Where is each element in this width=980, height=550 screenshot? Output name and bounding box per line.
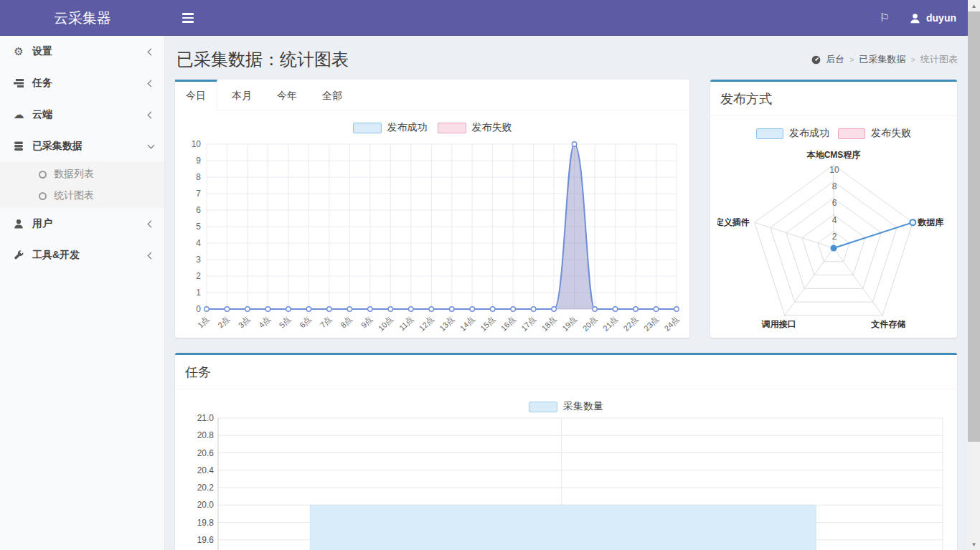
scrollbar-thumb[interactable] — [968, 11, 980, 442]
user-menu[interactable]: duyun — [910, 12, 956, 24]
sidebar-item-tools-dev[interactable]: 工具&开发 — [0, 240, 164, 271]
scrollbar-down-arrow[interactable]: ▼ — [968, 539, 980, 550]
tab-all[interactable]: 全部 — [311, 80, 353, 110]
data-point — [470, 307, 474, 311]
breadcrumb-separator: > — [911, 55, 915, 64]
radar-tick-label: 8 — [832, 181, 837, 191]
radar-spoke — [785, 248, 834, 316]
sidebar-item-data-list[interactable]: 数据列表 — [0, 163, 164, 185]
data-point — [388, 307, 392, 311]
vertical-scrollbar: ▲ ▼ — [968, 0, 980, 550]
chevron-left-icon — [148, 252, 155, 259]
radar-box-title: 发布方式 — [710, 82, 957, 116]
x-tick-label: 19点 — [560, 315, 578, 333]
legend-publish-success[interactable]: 发布成功 — [756, 127, 829, 140]
tab-this-month[interactable]: 本月 — [221, 80, 263, 110]
sidebar-item-tasks[interactable]: 任务 — [0, 67, 164, 99]
data-point — [286, 307, 291, 311]
sidebar-item-cloud[interactable]: ☁ 云端 — [0, 99, 164, 131]
legend-label: 发布失败 — [871, 127, 911, 140]
y-tick-label: 1 — [196, 288, 201, 298]
data-point — [347, 307, 352, 311]
sidebar-item-label: 用户 — [32, 217, 52, 230]
legend-publish-fail[interactable]: 发布失败 — [838, 127, 911, 140]
tab-this-year[interactable]: 今年 — [266, 80, 308, 110]
data-point — [265, 307, 270, 311]
data-point — [409, 307, 413, 311]
data-point — [531, 307, 535, 311]
radar-data-point — [910, 219, 915, 225]
legend-publish-success[interactable]: 发布成功 — [353, 121, 428, 134]
radar-spoke — [834, 248, 882, 316]
y-tick-label: 8 — [196, 172, 201, 182]
wrench-icon — [11, 250, 27, 260]
x-tick-label: 13点 — [438, 315, 456, 333]
legend-label: 发布成功 — [789, 127, 829, 140]
main-content: 已采集数据：统计图表 后台 > 已采集数据 > 统计图表 今日 本月 今年 全部 — [165, 0, 968, 550]
sidebar-item-settings[interactable]: ⚙ 设置 — [0, 36, 164, 67]
data-point — [490, 307, 494, 311]
breadcrumb-collected-data[interactable]: 已采集数据 — [859, 53, 906, 66]
radar-tick-label: 2 — [832, 232, 837, 242]
content-header: 已采集数据：统计图表 后台 > 已采集数据 > 统计图表 — [165, 36, 968, 75]
legend-label: 采集数量 — [563, 400, 603, 413]
x-tick-label: 7点 — [319, 315, 334, 330]
x-tick-label: 2点 — [216, 315, 231, 330]
chevron-down-icon — [148, 142, 155, 149]
breadcrumb-backend[interactable]: 后台 — [826, 53, 844, 66]
circle-icon — [39, 171, 47, 179]
data-point — [429, 307, 433, 311]
y-tick-label: 4 — [196, 238, 201, 248]
legend-swatch-success — [756, 128, 783, 139]
radar-axis-label: 数据库 — [917, 217, 944, 227]
scrollbar-up-arrow[interactable]: ▲ — [968, 0, 980, 11]
x-tick-label: 15点 — [479, 315, 496, 333]
legend-publish-fail[interactable]: 发布失败 — [438, 121, 512, 134]
sidebar-item-stats-charts[interactable]: 统计图表 — [0, 185, 164, 207]
sidebar-item-collected-data[interactable]: 已采集数据 — [0, 131, 164, 162]
dashboard-icon — [811, 55, 821, 65]
gear-icon: ⚙ — [11, 45, 27, 58]
legend-collect-count[interactable]: 采集数量 — [529, 400, 603, 413]
data-point — [450, 307, 454, 311]
sidebar-item-label: 设置 — [32, 45, 52, 58]
sidebar-item-users[interactable]: 用户 — [0, 208, 164, 240]
data-point — [245, 307, 250, 311]
x-tick-label: 4点 — [257, 315, 272, 330]
hamburger-icon — [182, 21, 194, 23]
user-icon — [11, 219, 27, 229]
radar-data-point — [831, 245, 837, 252]
tasks-bar-chart: 21.020.820.620.420.220.019.819.619.419.2… — [182, 414, 950, 550]
y-tick-label: 10 — [192, 139, 202, 149]
period-tabs: 今日 本月 今年 全部 — [175, 80, 689, 110]
x-tick-label: 17点 — [519, 315, 537, 333]
radar-spoke — [755, 222, 834, 248]
y-tick-label: 7 — [196, 189, 201, 199]
breadcrumb: 后台 > 已采集数据 > 统计图表 — [811, 53, 958, 66]
submenu-item-label: 数据列表 — [54, 168, 94, 181]
data-point — [306, 307, 311, 311]
x-tick-label: 23点 — [642, 315, 660, 333]
radar-axis-label: 调用接口 — [761, 319, 796, 329]
sidebar-toggle-button[interactable] — [172, 4, 204, 32]
breadcrumb-current: 统计图表 — [920, 53, 958, 66]
chevron-left-icon — [148, 48, 155, 55]
radar-tick-label: 6 — [832, 198, 837, 208]
publish-method-box: 发布方式 发布成功 发布失败 246810本地CMS程序数据库文件存储调用接口自… — [710, 80, 957, 338]
data-point — [572, 142, 576, 146]
data-point — [674, 307, 679, 311]
sidebar: ⚙ 设置 任务 ☁ 云端 已采集数据 数据列表 统计图表 — [0, 36, 165, 550]
publish-line-chart: 0123456789101点2点3点4点5点6点7点8点9点10点11点12点1… — [182, 135, 682, 339]
x-tick-label: 6点 — [298, 315, 313, 330]
top-navbar: 云采集器 ⚐ duyun — [0, 0, 968, 36]
circle-icon — [39, 192, 47, 200]
data-point — [593, 307, 597, 311]
x-tick-label: 10点 — [377, 315, 395, 333]
y-tick-label: 20.8 — [197, 430, 215, 440]
flag-icon[interactable]: ⚐ — [880, 12, 890, 24]
y-tick-label: 19.8 — [197, 518, 215, 528]
x-tick-label: 24点 — [662, 315, 680, 333]
app-brand[interactable]: 云采集器 — [0, 9, 165, 28]
tab-today[interactable]: 今日 — [175, 80, 217, 110]
sidebar-item-label: 工具&开发 — [32, 249, 80, 262]
